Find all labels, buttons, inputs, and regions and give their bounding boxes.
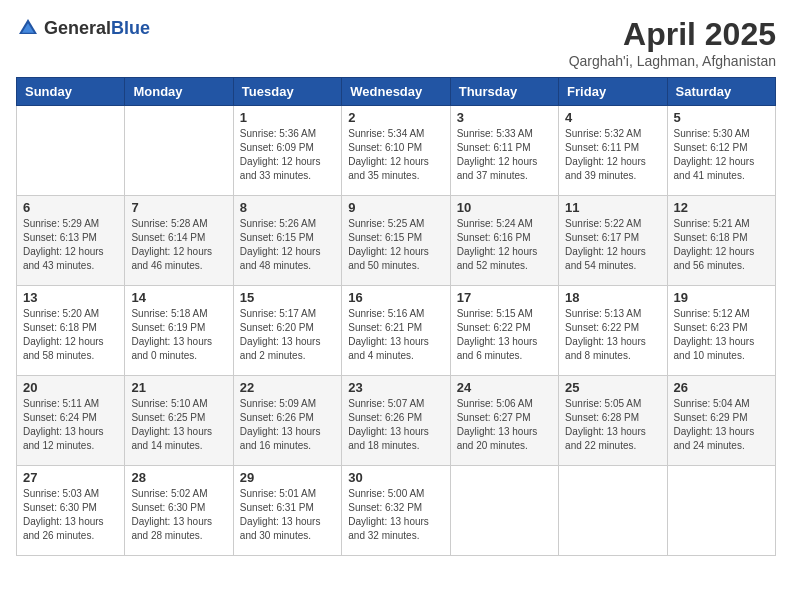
calendar-cell: 2Sunrise: 5:34 AMSunset: 6:10 PMDaylight… (342, 106, 450, 196)
calendar-cell: 20Sunrise: 5:11 AMSunset: 6:24 PMDayligh… (17, 376, 125, 466)
calendar-week-5: 27Sunrise: 5:03 AMSunset: 6:30 PMDayligh… (17, 466, 776, 556)
day-info: Sunrise: 5:36 AMSunset: 6:09 PMDaylight:… (240, 127, 335, 183)
day-number: 30 (348, 470, 443, 485)
calendar-cell (559, 466, 667, 556)
day-info: Sunrise: 5:33 AMSunset: 6:11 PMDaylight:… (457, 127, 552, 183)
weekday-header-friday: Friday (559, 78, 667, 106)
day-info: Sunrise: 5:22 AMSunset: 6:17 PMDaylight:… (565, 217, 660, 273)
calendar-body: 1Sunrise: 5:36 AMSunset: 6:09 PMDaylight… (17, 106, 776, 556)
day-info: Sunrise: 5:15 AMSunset: 6:22 PMDaylight:… (457, 307, 552, 363)
day-info: Sunrise: 5:18 AMSunset: 6:19 PMDaylight:… (131, 307, 226, 363)
weekday-header-sunday: Sunday (17, 78, 125, 106)
weekday-header-thursday: Thursday (450, 78, 558, 106)
day-number: 28 (131, 470, 226, 485)
day-info: Sunrise: 5:24 AMSunset: 6:16 PMDaylight:… (457, 217, 552, 273)
day-number: 16 (348, 290, 443, 305)
day-info: Sunrise: 5:02 AMSunset: 6:30 PMDaylight:… (131, 487, 226, 543)
calendar-cell: 3Sunrise: 5:33 AMSunset: 6:11 PMDaylight… (450, 106, 558, 196)
calendar-cell: 27Sunrise: 5:03 AMSunset: 6:30 PMDayligh… (17, 466, 125, 556)
day-info: Sunrise: 5:13 AMSunset: 6:22 PMDaylight:… (565, 307, 660, 363)
day-number: 4 (565, 110, 660, 125)
weekday-header-wednesday: Wednesday (342, 78, 450, 106)
calendar-cell: 5Sunrise: 5:30 AMSunset: 6:12 PMDaylight… (667, 106, 775, 196)
calendar-week-1: 1Sunrise: 5:36 AMSunset: 6:09 PMDaylight… (17, 106, 776, 196)
logo: GeneralBlue (16, 16, 150, 40)
calendar-cell: 13Sunrise: 5:20 AMSunset: 6:18 PMDayligh… (17, 286, 125, 376)
day-number: 19 (674, 290, 769, 305)
day-info: Sunrise: 5:34 AMSunset: 6:10 PMDaylight:… (348, 127, 443, 183)
calendar-header: SundayMondayTuesdayWednesdayThursdayFrid… (17, 78, 776, 106)
day-info: Sunrise: 5:16 AMSunset: 6:21 PMDaylight:… (348, 307, 443, 363)
logo-icon (16, 16, 40, 40)
day-info: Sunrise: 5:30 AMSunset: 6:12 PMDaylight:… (674, 127, 769, 183)
day-number: 2 (348, 110, 443, 125)
day-number: 29 (240, 470, 335, 485)
day-number: 8 (240, 200, 335, 215)
calendar-cell: 23Sunrise: 5:07 AMSunset: 6:26 PMDayligh… (342, 376, 450, 466)
calendar-cell: 28Sunrise: 5:02 AMSunset: 6:30 PMDayligh… (125, 466, 233, 556)
day-number: 6 (23, 200, 118, 215)
calendar-table: SundayMondayTuesdayWednesdayThursdayFrid… (16, 77, 776, 556)
day-info: Sunrise: 5:17 AMSunset: 6:20 PMDaylight:… (240, 307, 335, 363)
day-info: Sunrise: 5:09 AMSunset: 6:26 PMDaylight:… (240, 397, 335, 453)
day-number: 20 (23, 380, 118, 395)
calendar-week-3: 13Sunrise: 5:20 AMSunset: 6:18 PMDayligh… (17, 286, 776, 376)
calendar-cell: 15Sunrise: 5:17 AMSunset: 6:20 PMDayligh… (233, 286, 341, 376)
day-info: Sunrise: 5:10 AMSunset: 6:25 PMDaylight:… (131, 397, 226, 453)
day-info: Sunrise: 5:03 AMSunset: 6:30 PMDaylight:… (23, 487, 118, 543)
calendar-cell (450, 466, 558, 556)
calendar-cell: 1Sunrise: 5:36 AMSunset: 6:09 PMDaylight… (233, 106, 341, 196)
day-info: Sunrise: 5:28 AMSunset: 6:14 PMDaylight:… (131, 217, 226, 273)
calendar-cell: 30Sunrise: 5:00 AMSunset: 6:32 PMDayligh… (342, 466, 450, 556)
main-title: April 2025 (569, 16, 776, 53)
calendar-cell: 6Sunrise: 5:29 AMSunset: 6:13 PMDaylight… (17, 196, 125, 286)
calendar-cell: 17Sunrise: 5:15 AMSunset: 6:22 PMDayligh… (450, 286, 558, 376)
subtitle: Qarghah'i, Laghman, Afghanistan (569, 53, 776, 69)
calendar-cell: 14Sunrise: 5:18 AMSunset: 6:19 PMDayligh… (125, 286, 233, 376)
day-number: 14 (131, 290, 226, 305)
day-number: 10 (457, 200, 552, 215)
day-number: 9 (348, 200, 443, 215)
day-info: Sunrise: 5:11 AMSunset: 6:24 PMDaylight:… (23, 397, 118, 453)
calendar-cell: 19Sunrise: 5:12 AMSunset: 6:23 PMDayligh… (667, 286, 775, 376)
day-number: 21 (131, 380, 226, 395)
day-number: 18 (565, 290, 660, 305)
calendar-cell: 29Sunrise: 5:01 AMSunset: 6:31 PMDayligh… (233, 466, 341, 556)
logo-blue: Blue (111, 18, 150, 38)
day-info: Sunrise: 5:01 AMSunset: 6:31 PMDaylight:… (240, 487, 335, 543)
day-info: Sunrise: 5:12 AMSunset: 6:23 PMDaylight:… (674, 307, 769, 363)
calendar-cell: 21Sunrise: 5:10 AMSunset: 6:25 PMDayligh… (125, 376, 233, 466)
day-number: 7 (131, 200, 226, 215)
day-number: 13 (23, 290, 118, 305)
day-number: 24 (457, 380, 552, 395)
day-number: 3 (457, 110, 552, 125)
calendar-cell: 9Sunrise: 5:25 AMSunset: 6:15 PMDaylight… (342, 196, 450, 286)
day-number: 17 (457, 290, 552, 305)
weekday-header-tuesday: Tuesday (233, 78, 341, 106)
calendar-cell: 8Sunrise: 5:26 AMSunset: 6:15 PMDaylight… (233, 196, 341, 286)
day-number: 11 (565, 200, 660, 215)
day-number: 26 (674, 380, 769, 395)
calendar-cell: 22Sunrise: 5:09 AMSunset: 6:26 PMDayligh… (233, 376, 341, 466)
calendar-cell (125, 106, 233, 196)
calendar-cell: 16Sunrise: 5:16 AMSunset: 6:21 PMDayligh… (342, 286, 450, 376)
calendar-cell: 26Sunrise: 5:04 AMSunset: 6:29 PMDayligh… (667, 376, 775, 466)
day-number: 12 (674, 200, 769, 215)
day-info: Sunrise: 5:29 AMSunset: 6:13 PMDaylight:… (23, 217, 118, 273)
calendar-cell: 11Sunrise: 5:22 AMSunset: 6:17 PMDayligh… (559, 196, 667, 286)
weekday-header-monday: Monday (125, 78, 233, 106)
calendar-cell (667, 466, 775, 556)
calendar-cell: 4Sunrise: 5:32 AMSunset: 6:11 PMDaylight… (559, 106, 667, 196)
calendar-cell: 7Sunrise: 5:28 AMSunset: 6:14 PMDaylight… (125, 196, 233, 286)
day-info: Sunrise: 5:20 AMSunset: 6:18 PMDaylight:… (23, 307, 118, 363)
day-info: Sunrise: 5:05 AMSunset: 6:28 PMDaylight:… (565, 397, 660, 453)
calendar-cell: 25Sunrise: 5:05 AMSunset: 6:28 PMDayligh… (559, 376, 667, 466)
day-info: Sunrise: 5:25 AMSunset: 6:15 PMDaylight:… (348, 217, 443, 273)
calendar-cell: 24Sunrise: 5:06 AMSunset: 6:27 PMDayligh… (450, 376, 558, 466)
day-info: Sunrise: 5:26 AMSunset: 6:15 PMDaylight:… (240, 217, 335, 273)
calendar-week-4: 20Sunrise: 5:11 AMSunset: 6:24 PMDayligh… (17, 376, 776, 466)
day-number: 5 (674, 110, 769, 125)
day-info: Sunrise: 5:21 AMSunset: 6:18 PMDaylight:… (674, 217, 769, 273)
day-number: 1 (240, 110, 335, 125)
calendar-cell: 12Sunrise: 5:21 AMSunset: 6:18 PMDayligh… (667, 196, 775, 286)
